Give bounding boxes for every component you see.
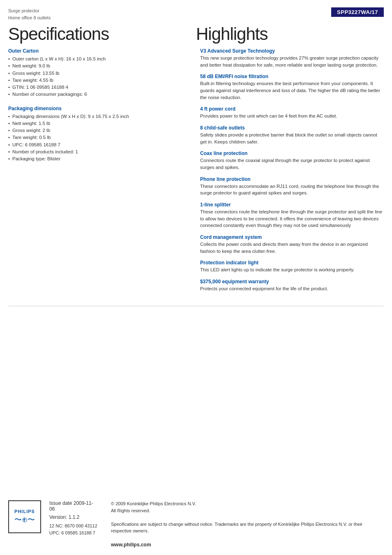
highlight-item: 8 child-safe outletsSafety slides provid…	[200, 125, 384, 145]
footer-right-col: © 2009 Koninklijke Philips Electronics N…	[111, 500, 384, 548]
product-desc: Home office 8 outlets	[8, 14, 51, 21]
footer-divider	[8, 306, 384, 306]
highlight-item: Cord management systemCollects the power…	[200, 234, 384, 254]
list-item: Packaging dimensions (W x H x D): 9 x 16…	[8, 113, 192, 120]
footer-mid-col: Issue date 2009-11-06 Version: 1.1.2 12 …	[49, 500, 99, 548]
highlight-item-text: These connectors route the telephone lin…	[200, 208, 384, 229]
highlight-item-text: Built-in filtering technology ensures th…	[200, 80, 384, 101]
highlight-item-text: Protects your connected equipment for th…	[200, 285, 384, 292]
footer-issue-date: Issue date 2009-11-06	[49, 500, 99, 512]
highlight-item: V3 Advanced Surge TechnologyThis new sur…	[200, 48, 384, 68]
issue-label: Issue date	[49, 500, 72, 506]
title-row: Specifications Highlights	[0, 21, 392, 44]
outer-carton-list: Outer carton (L x W x H): 16 x 10 x 16.5…	[8, 56, 192, 98]
list-item: Tare weight: 0.5 lb	[8, 134, 192, 141]
highlight-item: $375,000 equipment warrantyProtects your…	[200, 279, 384, 292]
upc-row: UPC: 6 09585 16188 7	[49, 530, 99, 536]
list-item: GTIN: 1 06 09585 16188 4	[8, 84, 192, 91]
version-value: 1.1.2	[69, 514, 80, 520]
highlight-item-title: Protection indicator light	[200, 260, 384, 266]
main-content: Outer Carton Outer carton (L x W x H): 1…	[0, 44, 392, 298]
footer: PHILIPS 〜⊕〜 Issue date 2009-11-06 Versio…	[0, 494, 392, 555]
list-item: UPC: 6 09585 16188 7	[8, 141, 192, 148]
list-item: Tare weight: 4.55 lb	[8, 77, 192, 84]
footer-nc-upc: 12 NC: 8670 000 43112 UPC: 6 09585 16188…	[49, 523, 99, 536]
highlight-item-text: This new surge protection technology pro…	[200, 55, 384, 68]
highlight-item-title: Cord management system	[200, 234, 384, 240]
rights-text: All Rights reserved.	[111, 507, 384, 514]
version-label: Version:	[49, 514, 67, 520]
highlight-item-title: 4 ft power cord	[200, 106, 384, 112]
specs-title: Specifications	[8, 24, 196, 44]
logo-icon: 〜⊕〜	[14, 515, 35, 525]
highlights-title-container: Highlights	[196, 24, 384, 44]
copyright-text: © 2009 Koninklijke Philips Electronics N…	[111, 500, 384, 507]
list-item: Nett weight: 1.5 lb	[8, 120, 192, 127]
highlight-item-title: 1-line splitter	[200, 202, 384, 208]
highlight-item-title: 58 dB EMI/RFI noise filtration	[200, 74, 384, 79]
list-item: Number of consumer packagings: 6	[8, 91, 192, 98]
outer-carton-section: Outer Carton Outer carton (L x W x H): 1…	[8, 48, 192, 98]
outer-carton-title: Outer Carton	[8, 48, 192, 54]
footer-columns: Issue date 2009-11-06 Version: 1.1.2 12 …	[49, 500, 384, 548]
highlight-item-text: Safety slides provide a protective barri…	[200, 132, 384, 145]
highlight-item: 58 dB EMI/RFI noise filtrationBuilt-in f…	[200, 74, 384, 101]
packaging-dimensions-section: Packaging dimensions Packaging dimension…	[8, 106, 192, 163]
list-item: Nett weight: 9.0 lb	[8, 62, 192, 69]
packaging-dimensions-title: Packaging dimensions	[8, 106, 192, 111]
website-link[interactable]: www.philips.com	[111, 541, 384, 548]
header: Surge protector Home office 8 outlets SP…	[0, 0, 392, 21]
disclaimer-text: Specifications are subject to change wit…	[111, 521, 384, 534]
list-item: Number of products included: 1	[8, 148, 192, 155]
packaging-dimensions-list: Packaging dimensions (W x H x D): 9 x 16…	[8, 113, 192, 163]
logo-text: PHILIPS	[14, 509, 35, 514]
highlight-item-text: This LED alert lights up to indicate the…	[200, 266, 384, 273]
highlight-item-title: Coax line protection	[200, 150, 384, 156]
list-item: Gross weight: 2 lb	[8, 127, 192, 134]
highlight-item-text: Connectors route the coaxial signal thro…	[200, 157, 384, 171]
highlight-item: Protection indicator lightThis LED alert…	[200, 260, 384, 273]
specifications-column: Outer Carton Outer carton (L x W x H): 1…	[8, 48, 192, 298]
highlight-item: Phone line protectionThese connectors ac…	[200, 176, 384, 197]
nc-row: 12 NC: 8670 000 43112	[49, 523, 99, 530]
highlight-item: 1-line splitterThese connectors route th…	[200, 202, 384, 229]
list-item: Outer carton (L x W x H): 16 x 10 x 16.5…	[8, 56, 192, 62]
list-item: Gross weight: 13.55 lb	[8, 70, 192, 77]
highlight-item-title: $375,000 equipment warranty	[200, 279, 384, 284]
product-info: Surge protector Home office 8 outlets	[8, 7, 51, 21]
highlight-item-title: Phone line protection	[200, 176, 384, 182]
highlight-item-title: V3 Advanced Surge Technology	[200, 48, 384, 54]
highlight-item-text: Provides power to the unit which can be …	[200, 113, 384, 120]
specs-title-container: Specifications	[8, 24, 196, 44]
highlights-title: Highlights	[196, 24, 384, 44]
footer-version: Version: 1.1.2	[49, 514, 99, 520]
highlight-item-text: These connectors accommodate an RJ11 cor…	[200, 183, 384, 197]
highlights-column: V3 Advanced Surge TechnologyThis new sur…	[200, 48, 384, 298]
highlight-item: 4 ft power cordProvides power to the uni…	[200, 106, 384, 120]
philips-logo: PHILIPS 〜⊕〜	[8, 500, 41, 533]
highlight-item-title: 8 child-safe outlets	[200, 125, 384, 131]
product-code: SPP3227WA/17	[331, 7, 384, 17]
product-line: Surge protector	[8, 7, 51, 14]
highlight-item-text: Collects the power cords and directs the…	[200, 241, 384, 254]
list-item: Packaging type: Blister	[8, 155, 192, 162]
highlight-item: Coax line protectionConnectors route the…	[200, 150, 384, 171]
